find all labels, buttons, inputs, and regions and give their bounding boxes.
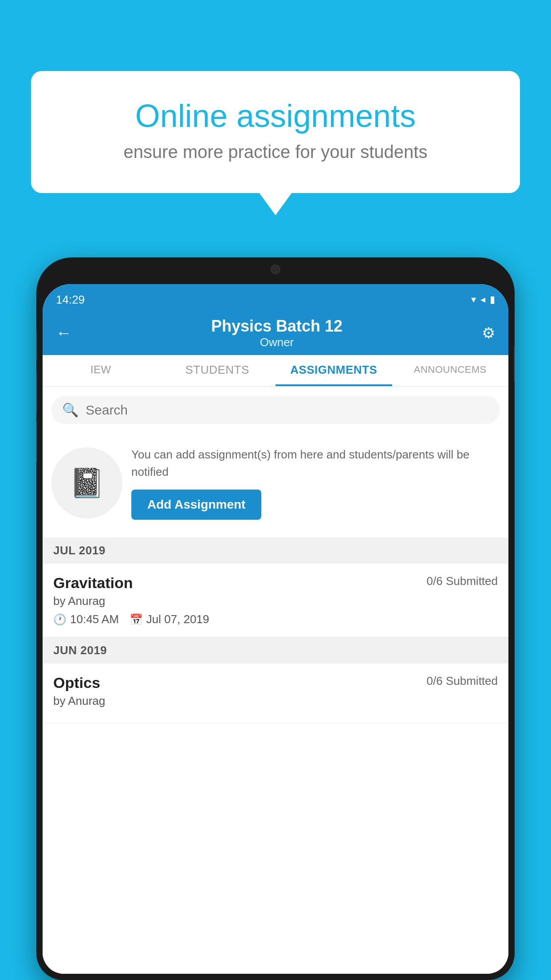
- assignment-title-optics: Optics: [53, 674, 100, 692]
- notebook-icon: 📓: [69, 466, 105, 500]
- tab-assignments[interactable]: ASSIGNMENTS: [276, 355, 392, 386]
- speech-bubble-container: Online assignments ensure more practice …: [31, 71, 520, 193]
- assignment-row-top-optics: Optics 0/6 Submitted: [53, 674, 498, 692]
- status-time: 14:29: [56, 293, 85, 307]
- status-icons: ▾ ◂ ▮: [471, 294, 495, 305]
- phone-screen: 14:29 ▾ ◂ ▮ ← Physics Batch 12 Owner ⚙ I…: [43, 284, 508, 974]
- assignment-author: by Anurag: [53, 594, 498, 608]
- assignment-item-gravitation[interactable]: Gravitation 0/6 Submitted by Anurag 🕐 10…: [43, 564, 508, 637]
- tab-iew[interactable]: IEW: [43, 355, 159, 386]
- phone-volume-down-button: [36, 422, 37, 462]
- add-assignment-button[interactable]: Add Assignment: [131, 490, 261, 520]
- assignment-title: Gravitation: [53, 574, 133, 592]
- app-header: ← Physics Batch 12 Owner ⚙: [43, 311, 508, 355]
- calendar-icon: 📅: [130, 613, 143, 626]
- assignment-row-top: Gravitation 0/6 Submitted: [53, 574, 498, 592]
- phone-volume-up-button: [36, 373, 37, 413]
- assignment-submitted: 0/6 Submitted: [427, 574, 498, 588]
- assignment-author-optics: by Anurag: [53, 694, 498, 708]
- speech-bubble-subtitle: ensure more practice for your students: [67, 142, 484, 162]
- phone-mute-button: [36, 333, 37, 360]
- assignment-submitted-optics: 0/6 Submitted: [427, 674, 498, 688]
- empty-state-content: You can add assignment(s) from here and …: [131, 446, 500, 520]
- empty-state-description: You can add assignment(s) from here and …: [131, 446, 500, 481]
- section-header-jul-2019: JUL 2019: [43, 537, 508, 564]
- wifi-icon: ▾: [471, 294, 476, 305]
- search-input[interactable]: [86, 403, 489, 418]
- search-icon: 🔍: [62, 402, 79, 418]
- speech-bubble: Online assignments ensure more practice …: [31, 71, 520, 193]
- phone-notch: [236, 257, 315, 280]
- assignment-item-optics[interactable]: Optics 0/6 Submitted by Anurag: [43, 664, 508, 723]
- battery-icon: ▮: [490, 294, 495, 305]
- back-button[interactable]: ←: [56, 324, 72, 342]
- empty-state: 📓 You can add assignment(s) from here an…: [43, 433, 508, 533]
- phone-power-button: [514, 346, 515, 382]
- assignment-time-value: 10:45 AM: [70, 612, 119, 626]
- assignment-date-value: Jul 07, 2019: [146, 612, 209, 626]
- phone-frame: 14:29 ▾ ◂ ▮ ← Physics Batch 12 Owner ⚙ I…: [36, 257, 515, 980]
- settings-icon[interactable]: ⚙: [482, 324, 495, 342]
- phone-camera: [271, 265, 280, 274]
- app-body: 🔍 📓 You can add assignment(s) from here …: [43, 387, 508, 974]
- tab-announcements[interactable]: ANNOUNCEMS: [392, 355, 509, 386]
- assignment-placeholder-icon: 📓: [51, 447, 122, 518]
- search-bar[interactable]: 🔍: [51, 396, 500, 424]
- tab-students[interactable]: STUDENTS: [159, 355, 276, 386]
- assignment-date: 📅 Jul 07, 2019: [130, 612, 209, 626]
- signal-icon: ◂: [480, 294, 485, 305]
- speech-bubble-title: Online assignments: [67, 98, 484, 134]
- clock-icon: 🕐: [53, 613, 67, 626]
- assignment-meta: 🕐 10:45 AM 📅 Jul 07, 2019: [53, 612, 498, 626]
- header-subtitle: Owner: [211, 336, 342, 349]
- header-title-block: Physics Batch 12 Owner: [211, 317, 342, 349]
- assignment-time: 🕐 10:45 AM: [53, 612, 119, 626]
- tabs: IEW STUDENTS ASSIGNMENTS ANNOUNCEMS: [43, 355, 508, 387]
- status-bar: 14:29 ▾ ◂ ▮: [43, 284, 508, 311]
- section-header-jun-2019: JUN 2019: [43, 637, 508, 664]
- header-title: Physics Batch 12: [211, 317, 342, 336]
